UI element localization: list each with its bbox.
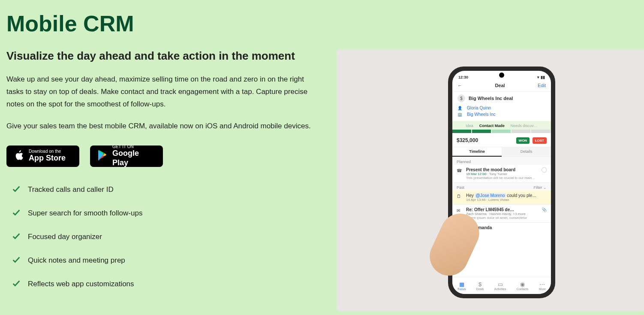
radio-circle-icon[interactable] xyxy=(542,167,547,173)
activity-title: Present the mood board xyxy=(466,167,538,172)
activity-time: 19 Mar 12:00 xyxy=(466,172,486,176)
feature-item: Quick notes and meeting prep xyxy=(12,255,315,267)
phone-mockup-image: 12:30 ▾ ▮▮ ← Deal Edit $ Big Wheels Inc … xyxy=(337,49,644,311)
feature-item: Super search for smooth follow-ups xyxy=(12,208,315,219)
google-play-big-text: Google Play xyxy=(112,149,156,167)
feature-item: Reflects web app customizations xyxy=(12,279,315,290)
planned-activity[interactable]: ☎ Present the mood board 19 Mar 12:00 · … xyxy=(452,165,551,183)
pipeline-next: Needs discov… xyxy=(511,124,538,128)
hero-paragraph-2: Give your sales team the best mobile CRM… xyxy=(6,120,315,133)
feature-text: Super search for smooth follow-ups xyxy=(28,209,142,218)
app-store-big-text: App Store xyxy=(29,154,66,163)
focus-icon: ▦ xyxy=(457,281,466,288)
google-play-button[interactable]: GET IT ON Google Play xyxy=(90,145,163,167)
note-suffix: could you ple… xyxy=(506,193,537,198)
edit-button[interactable]: Edit xyxy=(538,83,546,88)
google-play-small-text: GET IT ON xyxy=(112,145,156,149)
activity-desc: This presentation will be crucial to our… xyxy=(466,176,538,180)
dollar-icon: $ xyxy=(457,94,465,102)
deal-amount: $325,000 xyxy=(457,137,478,143)
google-play-icon xyxy=(97,150,108,163)
won-button[interactable]: WON xyxy=(516,137,530,144)
nav-more[interactable]: ⋯More xyxy=(539,281,546,291)
feature-list: Tracked calls and caller ID Super search… xyxy=(6,184,315,290)
deals-icon: $ xyxy=(476,281,484,288)
note-icon: 🗒 xyxy=(457,193,463,202)
pipeline-stages: Idea Contact Made Needs discov… xyxy=(452,121,551,133)
check-icon xyxy=(12,255,21,267)
check-icon xyxy=(12,279,21,290)
contact-link[interactable]: 👤 Gloria Quinn xyxy=(452,105,551,111)
email-meta: Zach Sharma · Hashim Hardy, +3 more xyxy=(466,212,538,216)
feature-item: Tracked calls and caller ID xyxy=(12,184,315,196)
apple-icon xyxy=(13,149,24,163)
attachment-icon: 📎 xyxy=(542,207,547,220)
pipeline-current: Contact Made xyxy=(479,124,505,128)
org-name: Big Wheels Inc xyxy=(467,112,496,117)
phone-notch xyxy=(499,73,504,78)
page-title: Mobile CRM xyxy=(6,11,315,36)
check-icon xyxy=(12,184,21,196)
org-link[interactable]: 🏢 Big Wheels Inc xyxy=(452,111,551,118)
tab-details[interactable]: Details xyxy=(502,147,551,157)
status-time: 12:30 xyxy=(458,75,468,79)
status-icons: ▾ ▮▮ xyxy=(537,75,545,79)
note-meta: 14 Apr 13:46 · Lorens Vivian xyxy=(466,198,547,202)
nav-contacts[interactable]: ◉Contacts xyxy=(517,281,529,291)
filter-button[interactable]: Filter ⌄ xyxy=(533,185,547,190)
activities-icon: ▭ xyxy=(494,281,506,288)
past-section-label: Past xyxy=(457,185,464,190)
feature-text: Quick notes and meeting prep xyxy=(28,256,125,265)
feature-item: Focused day organizer xyxy=(12,231,315,243)
pipeline-prev: Idea xyxy=(466,124,473,128)
note-prefix: Hey xyxy=(466,193,475,198)
check-icon xyxy=(12,208,21,219)
check-icon xyxy=(12,231,21,243)
back-arrow-icon[interactable]: ← xyxy=(457,83,462,88)
past-note[interactable]: 🗒 Hey @Jose Moreno could you ple… 14 Apr… xyxy=(452,191,551,205)
lost-button[interactable]: LOST xyxy=(533,137,547,144)
planned-section-label: Planned xyxy=(452,157,551,165)
nav-activities[interactable]: ▭Activities xyxy=(494,281,506,291)
feature-text: Reflects web app customizations xyxy=(28,280,134,288)
app-store-small-text: Download on the xyxy=(29,149,66,154)
screen-title: Deal xyxy=(495,83,505,88)
nav-deals[interactable]: $Deals xyxy=(476,281,484,291)
email-desc: Lorem ipsum dolor sit amet, consectetur xyxy=(466,216,538,220)
hero-paragraph-1: Wake up and see your day ahead, maximize… xyxy=(6,73,315,111)
more-icon: ⋯ xyxy=(539,281,546,288)
email-title: Re: Offer LM45945 de… xyxy=(466,207,538,212)
mention: @Jose Moreno xyxy=(475,193,506,198)
app-store-button[interactable]: Download on the App Store xyxy=(6,145,79,167)
contacts-icon: ◉ xyxy=(517,281,529,288)
feature-text: Tracked calls and caller ID xyxy=(28,185,114,194)
page-subtitle: Visualize the day ahead and take action … xyxy=(6,49,315,63)
tab-timeline[interactable]: Timeline xyxy=(452,147,502,157)
person-icon: 👤 xyxy=(457,106,463,110)
feature-text: Focused day organizer xyxy=(28,233,102,241)
bottom-nav: ▦Focus $Deals ▭Activities ◉Contacts ⋯Mor… xyxy=(452,277,551,294)
contact-name: Gloria Quinn xyxy=(467,106,491,110)
deal-name: Big Wheels Inc deal xyxy=(469,96,513,101)
building-icon: 🏢 xyxy=(457,112,463,117)
nav-focus[interactable]: ▦Focus xyxy=(457,281,466,291)
call-icon: ☎ xyxy=(457,167,463,180)
activity-owner: Tony Turner xyxy=(489,172,507,176)
